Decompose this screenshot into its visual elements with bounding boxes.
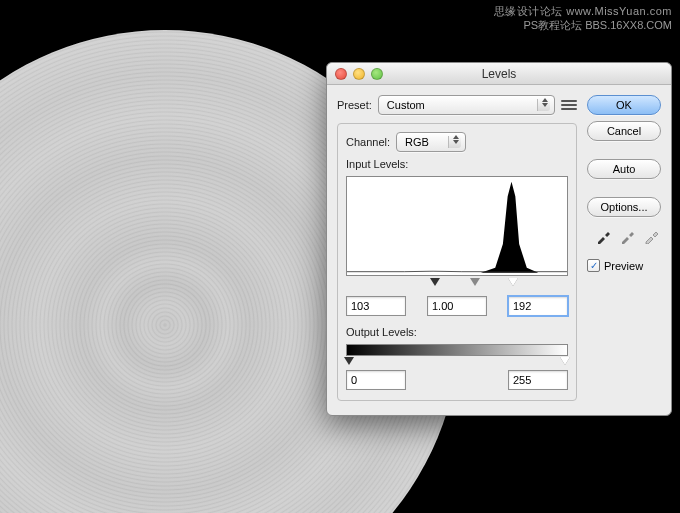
channel-value: RGB bbox=[405, 136, 429, 148]
highlight-input[interactable]: 192 bbox=[508, 296, 568, 316]
zoom-icon[interactable] bbox=[371, 68, 383, 80]
levels-group: Channel: RGB Input Levels: bbox=[337, 123, 577, 401]
output-low-slider[interactable] bbox=[344, 357, 354, 365]
output-high-input[interactable]: 255 bbox=[508, 370, 568, 390]
input-slider-track[interactable] bbox=[346, 278, 568, 292]
white-eyedropper-icon[interactable] bbox=[643, 227, 661, 245]
preset-value: Custom bbox=[387, 99, 425, 111]
preset-select[interactable]: Custom bbox=[378, 95, 555, 115]
output-low-input[interactable]: 0 bbox=[346, 370, 406, 390]
preset-menu-icon[interactable] bbox=[561, 97, 577, 113]
preset-label: Preset: bbox=[337, 99, 372, 111]
preview-checkbox[interactable]: ✓ Preview bbox=[587, 259, 661, 272]
shadow-input[interactable]: 103 bbox=[346, 296, 406, 316]
options-button[interactable]: Options... bbox=[587, 197, 661, 217]
ok-button[interactable]: OK bbox=[587, 95, 661, 115]
midtone-slider[interactable] bbox=[470, 278, 480, 286]
histogram bbox=[346, 176, 568, 276]
checkbox-icon: ✓ bbox=[587, 259, 600, 272]
shadow-slider[interactable] bbox=[430, 278, 440, 286]
midtone-input[interactable]: 1.00 bbox=[427, 296, 487, 316]
channel-select[interactable]: RGB bbox=[396, 132, 466, 152]
minimize-icon[interactable] bbox=[353, 68, 365, 80]
black-eyedropper-icon[interactable] bbox=[595, 227, 613, 245]
output-levels-label: Output Levels: bbox=[346, 326, 568, 338]
levels-dialog: Levels Preset: Custom Channel: RGB bbox=[326, 62, 672, 416]
channel-label: Channel: bbox=[346, 136, 390, 148]
auto-button[interactable]: Auto bbox=[587, 159, 661, 179]
gray-eyedropper-icon[interactable] bbox=[619, 227, 637, 245]
dialog-titlebar[interactable]: Levels bbox=[327, 63, 671, 85]
input-levels-label: Input Levels: bbox=[346, 158, 568, 170]
highlight-slider[interactable] bbox=[508, 278, 518, 286]
output-gradient[interactable] bbox=[346, 344, 568, 356]
watermark: 思缘设计论坛 www.MissYuan.com PS教程论坛 BBS.16XX8… bbox=[494, 4, 672, 33]
close-icon[interactable] bbox=[335, 68, 347, 80]
preview-label: Preview bbox=[604, 260, 643, 272]
output-high-slider[interactable] bbox=[560, 357, 570, 365]
cancel-button[interactable]: Cancel bbox=[587, 121, 661, 141]
